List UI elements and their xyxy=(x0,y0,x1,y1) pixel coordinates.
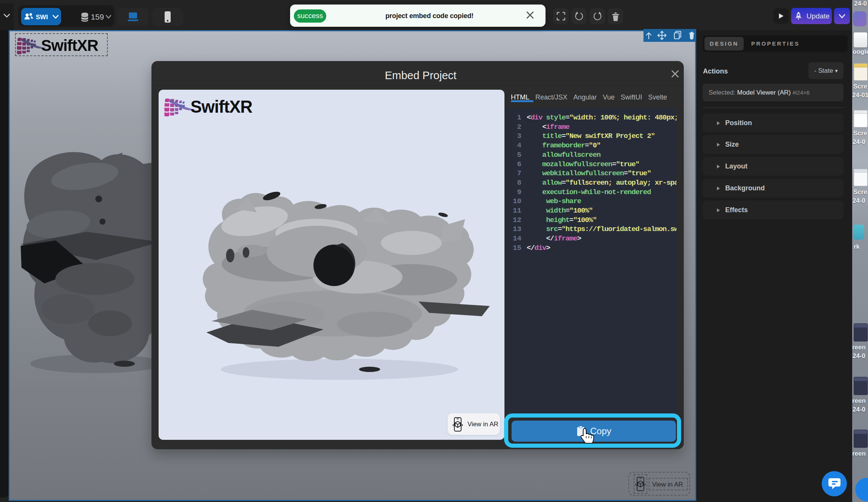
svg-text:SWI: SWI xyxy=(36,14,48,21)
svg-text:159: 159 xyxy=(91,12,104,21)
svg-text:SwiftXR: SwiftXR xyxy=(41,37,98,54)
